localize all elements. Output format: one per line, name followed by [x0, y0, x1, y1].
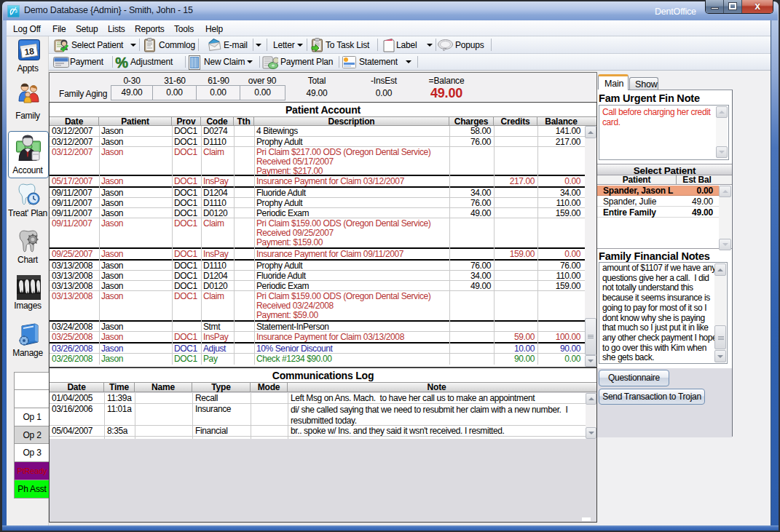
svg-text:%: % — [115, 55, 128, 70]
svg-text:18: 18 — [24, 46, 35, 57]
